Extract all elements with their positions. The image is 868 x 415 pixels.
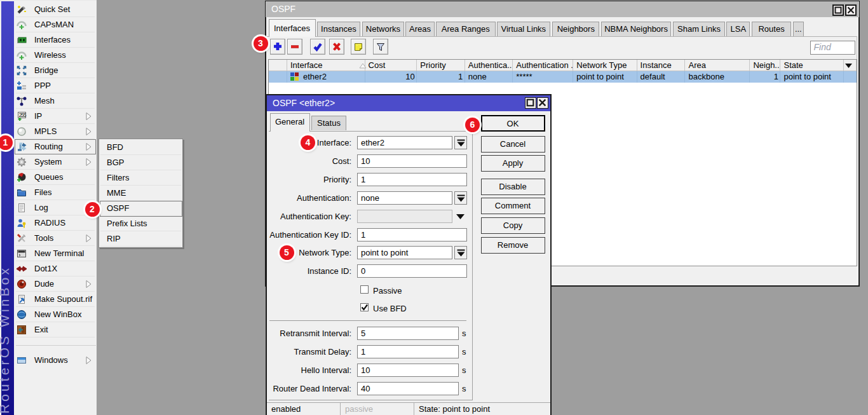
svg-text:255: 255	[19, 112, 27, 118]
